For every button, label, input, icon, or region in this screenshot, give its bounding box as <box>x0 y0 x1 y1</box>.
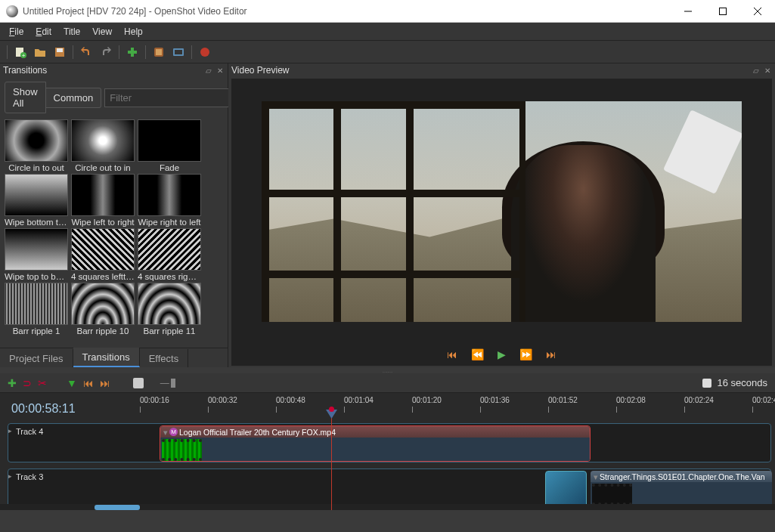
menu-title[interactable]: Title <box>57 24 86 39</box>
panel-detach-icon[interactable]: ▱ <box>753 66 761 75</box>
save-project-button[interactable] <box>51 43 69 61</box>
menu-view[interactable]: View <box>86 24 118 39</box>
center-playhead-button[interactable] <box>133 378 144 388</box>
clip-title: Stranger.Things.S01E01.Chapter.One.The.V… <box>600 472 765 481</box>
jump-start-button[interactable]: ⏮ <box>447 348 457 360</box>
open-project-button[interactable] <box>31 43 49 61</box>
zoom-label: 16 seconds <box>718 377 768 388</box>
panel-detach-icon[interactable]: ▱ <box>206 66 213 75</box>
zoom-checkbox[interactable] <box>702 379 711 388</box>
jump-end-button[interactable]: ⏭ <box>546 348 556 360</box>
transition-item[interactable]: Circle out to in <box>71 119 135 172</box>
track-collapse-icon[interactable]: ▸ <box>8 427 12 435</box>
rewind-button[interactable]: ⏪ <box>471 348 484 360</box>
show-all-tab[interactable]: Show All <box>5 82 46 113</box>
transition-item[interactable]: Wipe bottom to... <box>5 174 68 227</box>
track-collapse-icon[interactable]: ▸ <box>8 472 12 480</box>
transition-item[interactable]: Fade <box>138 119 201 172</box>
transition-item[interactable]: Barr ripple 11 <box>138 283 201 336</box>
maximize-button[interactable] <box>705 0 740 23</box>
next-marker-button[interactable]: ⏭ <box>100 377 110 389</box>
titlebar: Untitled Project [HDV 720 24p] - OpenSho… <box>0 0 775 23</box>
timeline-ruler[interactable]: 00:00:16 00:00:32 00:00:48 00:01:04 00:0… <box>95 393 775 419</box>
effect-badge: M <box>169 428 178 436</box>
svg-rect-12 <box>156 49 162 55</box>
svg-point-15 <box>200 48 209 57</box>
track-label: Track 3 <box>16 472 43 481</box>
new-project-button[interactable]: + <box>11 43 29 61</box>
track-label: Track 4 <box>16 427 43 436</box>
timeline[interactable]: 00:00:58:11 00:00:16 00:00:32 00:00:48 0… <box>0 393 775 510</box>
undo-button[interactable] <box>77 43 95 61</box>
redo-button[interactable] <box>97 43 115 61</box>
add-marker-button[interactable]: ▼ <box>67 377 77 389</box>
svg-text:+: + <box>22 52 26 58</box>
transition-item[interactable]: 4 squares right ... <box>138 228 201 281</box>
import-files-button[interactable] <box>123 43 141 61</box>
timeline-scrollbar-thumb[interactable] <box>95 505 140 510</box>
transitions-grid[interactable]: Circle in to out Circle out to in Fade W… <box>0 118 228 348</box>
minimize-button[interactable] <box>671 0 705 23</box>
transition-item[interactable]: Barr ripple 1 <box>5 283 68 336</box>
app-logo <box>6 5 18 17</box>
transition-item[interactable]: 4 squares leftt b... <box>71 228 135 281</box>
timeline-position: 00:00:58:11 <box>11 402 76 416</box>
common-tab[interactable]: Common <box>46 88 102 108</box>
svg-rect-10 <box>128 51 137 54</box>
panel-close-icon[interactable]: ✕ <box>764 66 772 75</box>
playback-controls: ⏮ ⏪ ▶ ⏩ ⏭ <box>231 345 772 366</box>
filter-input[interactable] <box>104 88 242 107</box>
transitions-tab[interactable]: Transitions <box>73 348 140 367</box>
close-button[interactable] <box>740 0 775 23</box>
playhead[interactable] <box>331 416 332 510</box>
main-toolbar: + <box>0 41 775 63</box>
transition-item[interactable]: Wipe top to bot... <box>5 228 68 281</box>
effects-tab[interactable]: Effects <box>140 349 189 367</box>
menubar: File Edit Title View Help <box>0 23 775 41</box>
clip-menu-icon[interactable]: ▾ <box>163 428 168 437</box>
svg-rect-8 <box>57 48 63 52</box>
transition-item[interactable]: Wipe right to left <box>138 174 201 227</box>
profile-button[interactable] <box>150 43 168 61</box>
menu-edit[interactable]: Edit <box>29 24 57 39</box>
preview-panel-title: Video Preview <box>231 65 290 76</box>
add-track-button[interactable]: ✚ <box>8 377 17 389</box>
svg-rect-14 <box>175 50 182 54</box>
window-title: Untitled Project [HDV 720 24p] - OpenSho… <box>23 6 671 17</box>
panel-close-icon[interactable]: ✕ <box>217 66 225 75</box>
transition-item[interactable]: Wipe left to right <box>71 174 135 227</box>
razor-button[interactable]: ✂ <box>38 377 47 389</box>
timeline-toolbar: ✚ ⊃ ✂ ▼ ⏮ ⏭ — 16 seconds <box>0 373 775 393</box>
transitions-panel-title: Transitions <box>3 65 47 76</box>
svg-rect-1 <box>720 8 727 14</box>
transition-clip[interactable] <box>545 471 587 507</box>
track-3[interactable]: ▸ Track 3 ▾ Stranger.Things.S01E01.Chapt… <box>8 469 771 508</box>
transition-item[interactable]: Circle in to out <box>5 119 68 172</box>
splitter-handle[interactable]: ...... <box>0 367 775 373</box>
snap-button[interactable]: ⊃ <box>23 377 32 389</box>
track-4[interactable]: ▸ Track 4 ▾ M Logan Official Trailer 20t… <box>8 423 771 462</box>
export-button[interactable] <box>196 43 214 61</box>
preview-panel: Video Preview ▱ ✕ <box>228 63 775 367</box>
clip-menu-icon[interactable]: ▾ <box>594 472 598 481</box>
menu-help[interactable]: Help <box>118 24 149 39</box>
project-files-tab[interactable]: Project Files <box>0 349 73 367</box>
fast-forward-button[interactable]: ⏩ <box>519 348 532 360</box>
play-button[interactable]: ▶ <box>498 348 506 360</box>
video-clip[interactable]: ▾ M Logan Official Trailer 20th Century … <box>160 425 591 462</box>
transitions-panel: Transitions ▱ ✕ Show All Common ⊗ Circle… <box>0 63 228 367</box>
clip-title: Logan Official Trailer 20th Century FOX.… <box>179 428 336 437</box>
timeline-scrollbar-track[interactable] <box>0 504 775 510</box>
prev-marker-button[interactable]: ⏮ <box>83 377 94 389</box>
menu-file[interactable]: File <box>3 24 29 39</box>
zoom-slider[interactable]: — <box>160 378 175 388</box>
fullscreen-button[interactable] <box>169 43 188 61</box>
video-preview[interactable] <box>262 101 742 322</box>
transition-item[interactable]: Barr ripple 10 <box>71 283 135 336</box>
video-clip[interactable]: ▾ Stranger.Things.S01E01.Chapter.One.The… <box>591 471 772 507</box>
